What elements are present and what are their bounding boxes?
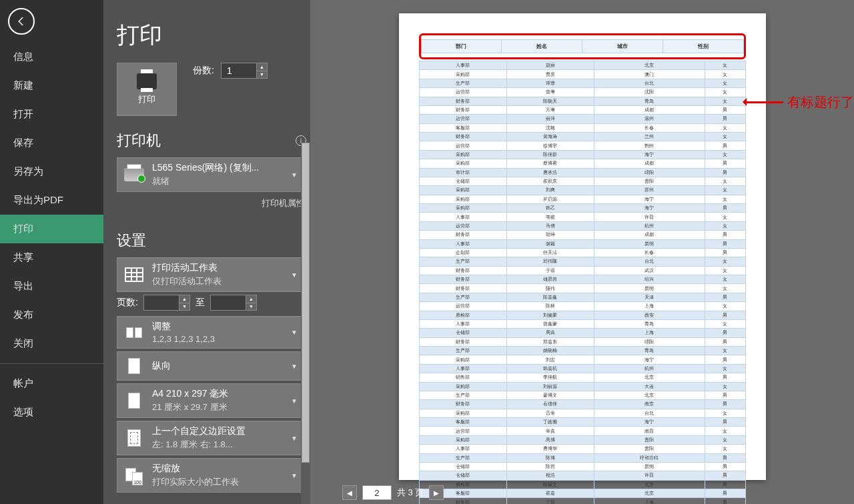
print-button[interactable]: 打印 (117, 63, 177, 116)
margins-icon (127, 429, 141, 447)
table-row: 仓储部程浩许昌男 (419, 471, 745, 480)
nav-item-1[interactable]: 新建 (0, 71, 103, 100)
chevron-down-icon: ▼ (288, 271, 300, 279)
settings-section-title: 设置 (117, 231, 306, 251)
spin-down[interactable]: ▼ (179, 303, 189, 311)
table-row: 人事部韩嘉杭杭州女 (419, 364, 745, 373)
table-row: 财务部于蓓武汉女 (419, 266, 745, 275)
table-row: 采购部韩乙海宁男 (419, 204, 745, 213)
backstage-sidebar: 信息新建打开保存另存为导出为PDF打印共享导出发布关闭 帐户选项 (0, 0, 103, 504)
table-row: 生产部邱伟隆台北女 (419, 257, 745, 266)
chevron-down-icon: ▼ (288, 363, 300, 370)
table-header: 性别 (663, 40, 743, 53)
table-row: 采购部吕辛台北女 (419, 409, 745, 417)
table-row: 采购部曹庆澳门女 (419, 70, 745, 79)
scaling-select[interactable]: 100 无缩放 打印实际大小的工作表 ▼ (117, 458, 306, 493)
collate-select[interactable]: 调整 1,2,3 1,2,3 1,2,3 ▼ (117, 316, 306, 349)
table-row: 财务部胡坤成都男 (419, 231, 745, 239)
printer-icon (137, 73, 157, 89)
current-page-input[interactable] (362, 485, 392, 500)
table-row: 客服部沈艳长春女 (419, 123, 745, 132)
annotation-header-box: 部门姓名城市性别 (419, 33, 746, 59)
copies-spin-down[interactable]: ▼ (256, 71, 267, 79)
annotation-text: 有标题行了 (787, 93, 854, 111)
table-header: 部门 (421, 40, 502, 53)
table-row: 财务部石信佳南京男 (419, 400, 745, 409)
table-row: 采购部蔡博君成都男 (419, 159, 745, 168)
settings-scrollbar[interactable] (301, 143, 310, 504)
table-row: 生产部陈博呼和浩特男 (419, 453, 745, 462)
page-title: 打印 (117, 0, 306, 63)
spin-down[interactable]: ▼ (246, 303, 256, 311)
chevron-down-icon: ▼ (288, 397, 300, 405)
nav-item-8[interactable]: 导出 (0, 272, 103, 301)
table-row: 人事部谢颖昆明男 (419, 239, 745, 248)
table-row: 销售部李佳航北京男 (419, 373, 745, 382)
nav-item-0[interactable]: 信息 (0, 43, 103, 71)
table-row: 采购部罗启源海宁女 (419, 195, 745, 203)
nav-item-6[interactable]: 打印 (0, 215, 103, 243)
chevron-down-icon: ▼ (288, 171, 300, 179)
table-row: 生产部谭蓉台北女 (419, 79, 745, 87)
paper-icon (128, 393, 140, 409)
table-row: 采购部高博贵阳女 (419, 435, 745, 444)
printer-select[interactable]: L565 Series(网络) (复制... 就绪 ▼ (117, 157, 306, 192)
worksheet-icon (125, 267, 143, 282)
print-settings-panel: 打印 打印 份数: ▲ ▼ 打印机 i L565 Series(网络) (复制.… (103, 0, 310, 504)
table-row: 财务部陆伟昆明女 (419, 284, 745, 293)
chevron-down-icon: ▼ (288, 329, 300, 336)
preview-page: 部门姓名城市性别 人事部赵丽北京女采购部曹庆澳门女生产部谭蓉台北女运营部曾琳沈阳… (399, 13, 766, 480)
chevron-down-icon: ▼ (288, 472, 300, 479)
table-row: 运营部陈林上海女 (419, 302, 745, 311)
table-row: 客服部崔嘉北京男 (419, 489, 745, 498)
nav-item-7[interactable]: 共享 (0, 243, 103, 272)
nav-item-2[interactable]: 打开 (0, 100, 103, 129)
copies-label: 份数: (193, 65, 214, 77)
orientation-select[interactable]: 纵向 ▼ (117, 351, 306, 381)
portrait-icon (128, 358, 140, 374)
page-to-label: 至 (195, 297, 205, 309)
nav-item-9[interactable]: 发布 (0, 301, 103, 329)
collate-icon (126, 327, 142, 338)
print-what-select[interactable]: 打印活动工作表 仅打印活动工作表 ▼ (117, 257, 306, 292)
next-page-button[interactable]: ▶ (429, 485, 444, 500)
margins-select[interactable]: 上一个自定义边距设置 左: 1.8 厘米 右: 1.8... ▼ (117, 421, 306, 455)
prev-page-button[interactable]: ◀ (342, 485, 357, 500)
printer-section-title: 打印机 i (117, 131, 306, 151)
spin-up[interactable]: ▲ (246, 295, 256, 303)
nav-item2-1[interactable]: 选项 (0, 398, 103, 427)
paper-size-select[interactable]: A4 210 x 297 毫米 21 厘米 x 29.7 厘米 ▼ (117, 383, 306, 418)
copies-spin-up[interactable]: ▲ (256, 63, 267, 71)
table-row: 生产部廖博文北京男 (419, 391, 745, 399)
table-row: 运营部曾琳沈阳女 (419, 88, 745, 97)
table-row: 财务部黄海涛兰州女 (419, 133, 745, 141)
arrow-icon (747, 101, 783, 103)
table-row: 运营部徐博宇荆州男 (419, 141, 745, 150)
table-row: 采购部陈佳影海宁女 (419, 150, 745, 159)
print-button-label: 打印 (138, 93, 155, 105)
back-button[interactable] (8, 8, 35, 35)
table-row: 财务部丁晨上海男 (419, 498, 745, 504)
nav-item-5[interactable]: 导出为PDF (0, 186, 103, 215)
table-row: 生产部陈嘉鑫天津男 (419, 293, 745, 301)
table-header: 姓名 (502, 40, 582, 53)
spin-up[interactable]: ▲ (179, 295, 189, 303)
table-row: 人事部唐博华贵阳女 (419, 445, 745, 453)
annotation-callout: 有标题行了 (747, 93, 854, 111)
table-row: 人事部赵丽北京女 (419, 61, 745, 70)
nav-item-3[interactable]: 保存 (0, 129, 103, 157)
nav-item-4[interactable]: 另存为 (0, 157, 103, 186)
total-pages-label: 共 3 页 (397, 487, 424, 499)
nav-item-10[interactable]: 关闭 (0, 329, 103, 358)
table-row: 客服部丁皓雅海宁男 (419, 418, 745, 427)
table-header: 城市 (582, 40, 663, 53)
table-row: 人事部曾鑫蒙青岛女 (419, 319, 745, 328)
printer-properties-link[interactable]: 打印机属性 (117, 195, 306, 216)
table-row: 生产部姚晓楠青岛女 (419, 347, 745, 355)
pages-label: 页数: (117, 297, 138, 309)
table-row: 仓储部陈哲昆明男 (419, 462, 745, 471)
table-row: 质检部陈颖之北京男 (419, 480, 745, 489)
print-preview-area: 部门姓名城市性别 人事部赵丽北京女采购部曹庆澳门女生产部谭蓉台北女运营部曾琳沈阳… (310, 0, 854, 504)
table-row: 人事部韦俊许昌女 (419, 213, 745, 221)
nav-item2-0[interactable]: 帐户 (0, 369, 103, 398)
